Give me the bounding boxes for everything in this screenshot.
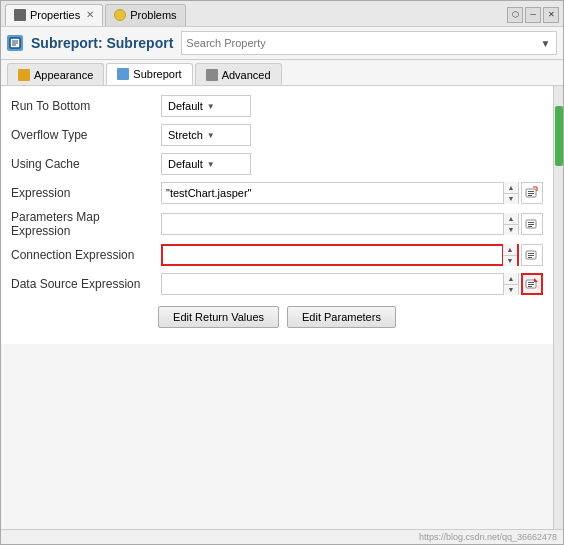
right-scrollbar[interactable] [553,86,563,529]
prop-row-parameters-map: Parameters Map Expression ▲ ▼ [11,210,543,238]
using-cache-control: Default ▼ [161,153,543,175]
content-area: Run To Bottom Default ▼ Overflow Type St… [1,86,553,344]
advanced-tab-icon [206,69,218,81]
run-to-bottom-control: Default ▼ [161,95,543,117]
footer-text: https://blog.csdn.net/qq_36662478 [419,532,557,542]
data-source-expression-input-wrapper: ▲ ▼ [161,273,519,295]
tab-problems-label: Problems [130,9,176,21]
prop-row-using-cache: Using Cache Default ▼ [11,152,543,176]
parameters-map-spin-down[interactable]: ▼ [504,225,518,236]
minimize-btn[interactable]: ─ [525,7,541,23]
connection-expression-label: Connection Expression [11,248,161,262]
tab-properties-close[interactable]: ✕ [86,9,94,20]
parameters-map-spin-up[interactable]: ▲ [504,213,518,225]
parameters-map-input-wrapper: ▲ ▼ [161,213,519,235]
expression-edit-btn[interactable] [521,182,543,204]
parameters-map-spinner: ▲ ▼ [503,213,518,235]
expression-control: ▲ ▼ [161,182,543,204]
search-box[interactable]: ▼ [181,31,557,55]
run-to-bottom-arrow: ▼ [207,102,215,111]
sub-tab-advanced-label: Advanced [222,69,271,81]
overflow-type-dropdown[interactable]: Stretch ▼ [161,124,251,146]
expression-input[interactable] [162,185,503,201]
header-title: Subreport: Subreport [31,35,173,51]
sub-tabs: Appearance Subreport Advanced [1,60,563,86]
sub-tab-appearance[interactable]: Appearance [7,63,104,85]
data-source-spin-down[interactable]: ▼ [504,285,518,296]
parameters-map-label: Parameters Map Expression [11,210,161,238]
restore-btn[interactable]: ⬡ [507,7,523,23]
data-source-expression-spinner: ▲ ▼ [503,273,518,295]
expression-spinner: ▲ ▼ [503,182,518,204]
overflow-type-value: Stretch [168,129,203,141]
expression-input-wrapper: ▲ ▼ [161,182,519,204]
connection-expression-control: ▲ ▼ [161,244,543,266]
prop-row-data-source: Data Source Expression ▲ ▼ [11,272,543,296]
run-to-bottom-value: Default [168,100,203,112]
expression-spin-up[interactable]: ▲ [504,182,518,194]
tab-problems[interactable]: Problems [105,4,185,26]
prop-row-run-to-bottom: Run To Bottom Default ▼ [11,94,543,118]
overflow-type-arrow: ▼ [207,131,215,140]
parameters-map-input[interactable] [162,216,503,232]
parameters-map-control: ▲ ▼ [161,213,543,235]
buttons-row: Edit Return Values Edit Parameters [11,306,543,336]
problems-icon [114,9,126,21]
tab-bar: Properties ✕ Problems ⬡ ─ ✕ [1,1,563,27]
header-row: Subreport: Subreport ▼ [1,27,563,60]
connection-expression-input-wrapper: ▲ ▼ [161,244,519,266]
run-to-bottom-label: Run To Bottom [11,99,161,113]
parameters-map-edit-btn[interactable] [521,213,543,235]
expression-spin-down[interactable]: ▼ [504,194,518,205]
prop-row-connection-expr: Connection Expression ▲ ▼ [11,243,543,267]
close-btn[interactable]: ✕ [543,7,559,23]
connection-expression-spinner: ▲ ▼ [502,244,517,266]
appearance-tab-icon [18,69,30,81]
main-window: Properties ✕ Problems ⬡ ─ ✕ Subreport: S… [0,0,564,545]
connection-expression-spin-down[interactable]: ▼ [503,256,517,267]
data-source-spin-up[interactable]: ▲ [504,273,518,285]
prop-row-overflow-type: Overflow Type Stretch ▼ [11,123,543,147]
using-cache-dropdown[interactable]: Default ▼ [161,153,251,175]
sub-tab-appearance-label: Appearance [34,69,93,81]
prop-row-expression: Expression ▲ ▼ [11,181,543,205]
connection-expression-edit-btn[interactable] [521,244,543,266]
search-input[interactable] [186,37,540,49]
tab-properties-label: Properties [30,9,80,21]
connection-expression-spin-up[interactable]: ▲ [503,244,517,256]
run-to-bottom-dropdown[interactable]: Default ▼ [161,95,251,117]
expression-label: Expression [11,186,161,200]
sub-tab-advanced[interactable]: Advanced [195,63,282,85]
properties-icon [14,9,26,21]
edit-return-values-btn[interactable]: Edit Return Values [158,306,279,328]
using-cache-arrow: ▼ [207,160,215,169]
connection-expression-input[interactable] [163,247,502,263]
sub-tab-subreport-label: Subreport [133,68,181,80]
window-controls: ⬡ ─ ✕ [507,7,559,23]
tab-properties[interactable]: Properties ✕ [5,4,103,26]
data-source-expression-input[interactable] [162,276,503,292]
content-wrapper: Run To Bottom Default ▼ Overflow Type St… [1,86,553,529]
sub-tab-subreport[interactable]: Subreport [106,63,192,85]
data-source-expression-edit-btn[interactable] [521,273,543,295]
using-cache-value: Default [168,158,203,170]
using-cache-label: Using Cache [11,157,161,171]
data-source-expression-control: ▲ ▼ [161,273,543,295]
footer: https://blog.csdn.net/qq_36662478 [1,529,563,544]
data-source-expression-label: Data Source Expression [11,277,161,291]
scroll-thumb[interactable] [555,106,563,166]
overflow-type-label: Overflow Type [11,128,161,142]
overflow-type-control: Stretch ▼ [161,124,543,146]
edit-parameters-btn[interactable]: Edit Parameters [287,306,396,328]
subreport-header-icon [7,35,23,51]
search-dropdown-icon[interactable]: ▼ [540,38,552,49]
main-body: Run To Bottom Default ▼ Overflow Type St… [1,86,563,529]
subreport-tab-icon [117,68,129,80]
